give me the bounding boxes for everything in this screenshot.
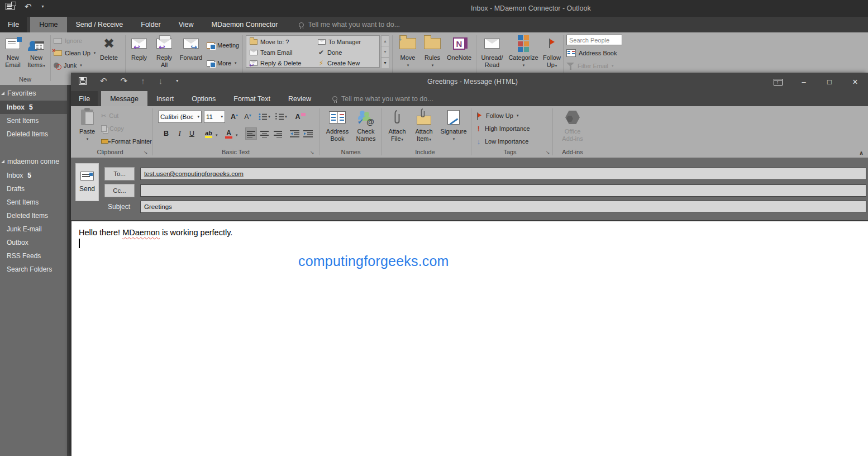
follow-up-button[interactable]: Follow Up▾ xyxy=(540,34,564,69)
quick-steps-more-icon[interactable]: ▼ xyxy=(381,58,389,68)
sidebar-item-search-folders[interactable]: Search Folders xyxy=(0,263,67,276)
align-right-button[interactable] xyxy=(272,127,284,140)
undo-icon[interactable]: ↶ xyxy=(100,77,107,85)
scroll-up-icon[interactable]: ▲ xyxy=(381,36,389,46)
bullets-button[interactable]: ▾ xyxy=(259,111,270,123)
collapse-ribbon-icon[interactable]: ∧ xyxy=(859,150,864,156)
tab-send-receive[interactable]: Send / Receive xyxy=(67,17,132,32)
format-painter-button[interactable]: Format Painter xyxy=(101,136,152,146)
minimize-button[interactable]: – xyxy=(791,73,817,91)
shrink-font-button[interactable]: A▾ xyxy=(242,111,254,123)
msg-tab-file[interactable]: File xyxy=(71,91,98,106)
scroll-down-icon[interactable]: ▼ xyxy=(381,46,389,57)
quick-step-to-manager[interactable]: To Manager xyxy=(318,36,361,47)
highlight-button[interactable]: ab xyxy=(203,127,214,140)
quick-step-move-to[interactable]: Move to: ? xyxy=(250,36,289,47)
decrease-indent-button[interactable] xyxy=(289,127,301,140)
redo-icon[interactable]: ↷ xyxy=(121,77,128,85)
attach-file-button[interactable]: Attach File▾ xyxy=(385,108,409,143)
clipboard-dialog-launcher[interactable]: ↘ xyxy=(144,150,148,155)
office-addins-button[interactable]: Office Add-ins xyxy=(557,108,588,142)
msg-tab-review[interactable]: Review xyxy=(279,91,320,106)
sidebar-item-sent-favorite[interactable]: Sent Items xyxy=(0,114,67,127)
sidebar-item-junk[interactable]: Junk E-mail xyxy=(0,222,67,236)
favorites-header[interactable]: Favorites xyxy=(0,85,67,101)
cc-button[interactable]: Cc... xyxy=(104,184,135,197)
rules-button[interactable]: Rules ▾ xyxy=(421,34,443,69)
signature-button[interactable]: Signature ▾ xyxy=(438,108,469,142)
sidebar-item-outbox[interactable]: Outbox xyxy=(0,236,67,249)
customize-qat-icon[interactable]: ▾ xyxy=(42,4,44,9)
align-left-button[interactable] xyxy=(245,127,257,140)
more-button[interactable]: More ▾ xyxy=(207,58,237,68)
msg-tab-insert[interactable]: Insert xyxy=(147,91,183,106)
onenote-button[interactable]: N OneNote xyxy=(445,34,474,61)
quick-step-done[interactable]: ✔ Done xyxy=(318,47,342,58)
sidebar-item-inbox[interactable]: Inbox 5 xyxy=(0,169,67,182)
italic-button[interactable]: I xyxy=(174,127,185,140)
meeting-button[interactable]: Meeting xyxy=(207,40,239,50)
previous-item-icon[interactable]: ↑ xyxy=(141,77,145,85)
paste-button[interactable]: Paste ▾ xyxy=(77,108,98,142)
account-header[interactable]: mdaemon conne xyxy=(0,153,67,169)
close-button[interactable]: × xyxy=(842,73,868,91)
chevron-down-icon[interactable]: ▾ xyxy=(236,133,238,137)
move-button[interactable]: ↓ Move ▾ xyxy=(395,34,420,69)
underline-button[interactable]: U xyxy=(186,127,198,140)
basic-text-dialog-launcher[interactable]: ↘ xyxy=(310,150,314,155)
cc-field[interactable] xyxy=(140,184,866,197)
follow-up-button-msg[interactable]: Follow Up ▾ xyxy=(475,111,518,121)
check-names-button[interactable]: ✔@ Check Names xyxy=(354,108,378,142)
address-book-button[interactable]: Address Book xyxy=(566,48,617,58)
search-people-input[interactable] xyxy=(566,35,622,45)
sidebar-item-rss[interactable]: RSS Feeds xyxy=(0,249,67,263)
tell-me-box[interactable]: Tell me what you want to do... xyxy=(332,91,433,106)
font-size-select[interactable]: 11 ▾ xyxy=(204,111,225,123)
clean-up-button[interactable]: Clean Up ▾ xyxy=(54,48,96,58)
next-item-icon[interactable]: ↓ xyxy=(159,77,163,85)
customize-qat-icon[interactable]: ▾ xyxy=(176,78,178,83)
new-items-button[interactable]: New Items▾ xyxy=(25,34,48,69)
ignore-button[interactable]: Ignore xyxy=(54,36,82,46)
msg-tab-options[interactable]: Options xyxy=(183,91,225,106)
quick-step-create-new[interactable]: ⚡ Create New xyxy=(318,58,360,68)
low-importance-button[interactable]: ↓ Low Importance xyxy=(475,136,528,146)
tags-dialog-launcher[interactable]: ↘ xyxy=(546,150,550,155)
reply-button[interactable]: ↩ Reply xyxy=(127,34,151,61)
align-center-button[interactable] xyxy=(259,127,270,140)
subject-field[interactable]: Greetings xyxy=(140,201,866,213)
sidebar-item-sent-items[interactable]: Sent Items xyxy=(0,196,67,209)
to-field[interactable]: test.user@computingforgeeks.com xyxy=(140,168,866,180)
quick-step-team-email[interactable]: Team Email xyxy=(250,47,292,58)
ribbon-display-options-button[interactable] xyxy=(765,73,791,91)
font-name-select[interactable]: Calibri (Boc ▾ xyxy=(158,111,202,123)
quick-step-reply-delete[interactable]: ↩ Reply & Delete xyxy=(250,58,301,68)
tab-view[interactable]: View xyxy=(170,17,203,32)
tell-me-box[interactable]: Tell me what you want to do... xyxy=(299,17,400,32)
junk-button[interactable]: Junk ▾ xyxy=(54,60,82,70)
categorize-button[interactable]: Categorize ▾ xyxy=(507,34,540,69)
grow-font-button[interactable]: A▴ xyxy=(228,111,240,123)
filter-email-button[interactable]: Filter Email ▾ xyxy=(566,61,614,71)
tab-file[interactable]: File xyxy=(0,17,27,32)
sidebar-item-drafts[interactable]: Drafts xyxy=(0,182,67,196)
reply-all-button[interactable]: ↩ Reply All xyxy=(152,34,177,69)
message-body[interactable]: Hello there! MDaemon is working perfectl… xyxy=(71,220,868,456)
send-button[interactable]: Send xyxy=(75,163,99,201)
tab-home[interactable]: Home xyxy=(30,17,66,32)
sidebar-item-deleted-favorite[interactable]: Deleted Items xyxy=(0,127,67,141)
bold-button[interactable]: B xyxy=(160,127,172,140)
save-icon[interactable] xyxy=(79,77,87,85)
msg-tab-message[interactable]: Message xyxy=(101,91,147,106)
clear-formatting-button[interactable]: A xyxy=(294,111,306,123)
copy-button[interactable]: Copy xyxy=(101,124,124,134)
chevron-down-icon[interactable]: ▾ xyxy=(216,133,218,137)
delete-button[interactable]: ✖ Delete xyxy=(96,34,122,61)
quick-steps-scrollbar[interactable]: ▲ ▼ ▼ xyxy=(381,35,389,68)
unread-read-button[interactable]: Unread/ Read xyxy=(478,34,506,69)
font-color-button[interactable]: A xyxy=(223,127,235,140)
msg-tab-format-text[interactable]: Format Text xyxy=(225,91,279,106)
cut-button[interactable]: ✂ Cut xyxy=(101,111,118,121)
sidebar-item-inbox-favorite[interactable]: Inbox 5 xyxy=(0,101,67,114)
high-importance-button[interactable]: ! High Importance xyxy=(475,124,530,134)
